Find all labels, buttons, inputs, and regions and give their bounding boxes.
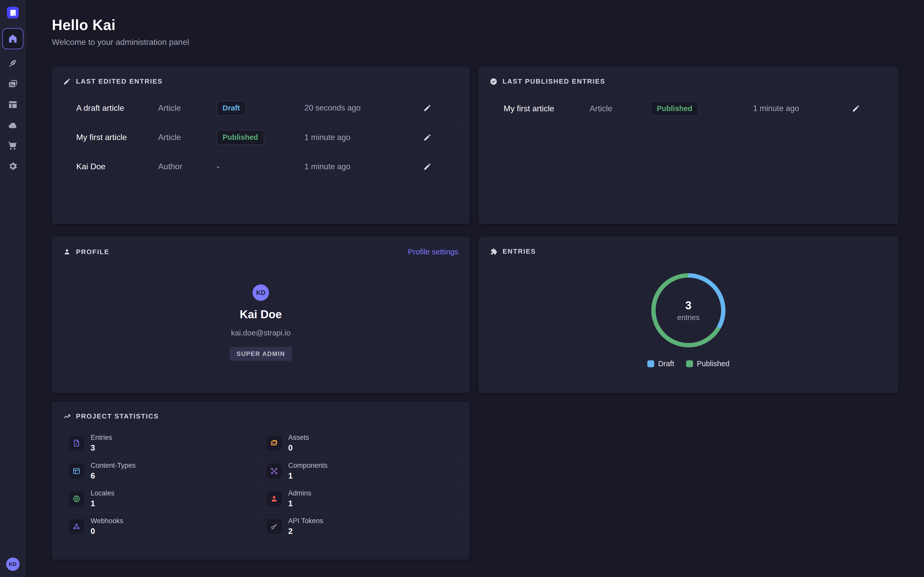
legend-label: Draft bbox=[658, 359, 674, 368]
stat-value: 1 bbox=[90, 499, 115, 508]
user-avatar[interactable]: KD bbox=[6, 558, 19, 571]
card-title: LAST EDITED ENTRIES bbox=[76, 77, 163, 85]
stat-assets: Assets 0 bbox=[261, 429, 458, 457]
entry-time: 1 minute ago bbox=[304, 162, 420, 171]
stat-value: 0 bbox=[288, 443, 309, 453]
card-header: LAST EDITED ENTRIES bbox=[63, 77, 459, 85]
status-badge: Published bbox=[651, 101, 698, 116]
pencil-icon bbox=[852, 105, 860, 113]
sidebar-bottom: KD bbox=[0, 551, 26, 577]
stat-label: API Tokens bbox=[288, 517, 323, 525]
home-icon bbox=[7, 33, 18, 44]
published-swatch bbox=[686, 360, 693, 367]
entry-type: Article bbox=[158, 103, 216, 113]
entry-name: My first article bbox=[76, 132, 158, 142]
edit-entry-button[interactable] bbox=[420, 159, 435, 174]
stat-label: Locales bbox=[90, 489, 115, 497]
legend-item-published: Published bbox=[686, 359, 729, 368]
stat-label: Webhooks bbox=[90, 517, 123, 525]
entries-count: 3 bbox=[685, 299, 691, 312]
table-row: My first article Article Published 1 min… bbox=[490, 93, 887, 124]
image-icon bbox=[267, 436, 281, 451]
profile-name: Kai Doe bbox=[240, 308, 282, 321]
entry-time: 1 minute ago bbox=[753, 104, 848, 113]
table-row: My first article Article Published 1 min… bbox=[63, 122, 458, 152]
entry-time: 1 minute ago bbox=[304, 133, 420, 142]
person-icon bbox=[267, 492, 281, 506]
stat-value: 2 bbox=[288, 527, 323, 536]
stat-label: Assets bbox=[288, 434, 309, 442]
pencil-icon bbox=[423, 133, 431, 142]
pencil-icon bbox=[423, 104, 431, 112]
stat-locales: Locales 1 bbox=[63, 485, 261, 513]
last-edited-table: A draft article Article Draft 20 seconds… bbox=[63, 93, 459, 181]
profile-body: KD Kai Doe kai.doe@strapi.io SUPER ADMIN bbox=[63, 256, 459, 361]
entry-type: Article bbox=[158, 132, 216, 142]
stat-label: Components bbox=[288, 462, 328, 469]
stat-value: 1 bbox=[288, 499, 311, 508]
sidebar-item-content-type-builder[interactable] bbox=[7, 99, 19, 111]
profile-email: kai.doe@strapi.io bbox=[231, 329, 291, 337]
cart-icon bbox=[8, 140, 18, 151]
sidebar-item-marketplace[interactable] bbox=[7, 140, 19, 152]
components-icon bbox=[267, 464, 281, 479]
card-title: LAST PUBLISHED ENTRIES bbox=[502, 77, 605, 85]
stat-api-tokens: API Tokens 2 bbox=[261, 513, 458, 540]
card-title: PROJECT STATISTICS bbox=[76, 413, 159, 420]
sidebar-divider bbox=[0, 24, 26, 25]
sidebar: KD bbox=[0, 0, 26, 577]
table-row: Kai Doe Author - 1 minute ago bbox=[63, 152, 458, 181]
stats-grid: Entries 3 Assets bbox=[63, 429, 459, 540]
profile-settings-link[interactable]: Profile settings bbox=[408, 247, 459, 256]
stat-value: 6 bbox=[90, 471, 136, 480]
status-badge: Draft bbox=[216, 101, 246, 115]
sidebar-item-home[interactable] bbox=[2, 28, 23, 49]
feather-icon bbox=[8, 58, 18, 69]
page-title: Hello Kai bbox=[52, 16, 924, 33]
entry-type: Author bbox=[158, 162, 216, 171]
pencil-icon bbox=[63, 78, 71, 85]
card-header: LAST PUBLISHED ENTRIES bbox=[490, 77, 887, 85]
globe-icon bbox=[69, 492, 84, 506]
profile-card: PROFILE Profile settings KD Kai Doe kai.… bbox=[52, 237, 470, 393]
gear-icon bbox=[8, 161, 18, 171]
card-title: ENTRIES bbox=[502, 247, 536, 255]
page-subtitle: Welcome to your administration panel bbox=[52, 37, 924, 47]
draft-swatch bbox=[647, 360, 654, 367]
puzzle-icon bbox=[490, 248, 498, 255]
stat-label: Content-Types bbox=[90, 462, 136, 469]
layout-icon bbox=[8, 100, 18, 110]
webhook-icon bbox=[69, 519, 84, 534]
sidebar-item-content-manager[interactable] bbox=[7, 58, 19, 69]
main-content: Hello Kai Welcome to your administration… bbox=[26, 0, 924, 577]
stat-value: 1 bbox=[288, 471, 328, 480]
edit-entry-button[interactable] bbox=[420, 130, 435, 145]
stat-value: 0 bbox=[90, 527, 123, 536]
document-icon bbox=[69, 436, 84, 451]
entry-name: A draft article bbox=[76, 103, 158, 113]
entries-card: ENTRIES 3 entries bbox=[478, 237, 898, 393]
stat-content-types: Content-Types 6 bbox=[63, 457, 261, 485]
entries-body: 3 entries Draft Published bbox=[490, 255, 887, 368]
sidebar-item-media-library[interactable] bbox=[7, 78, 19, 90]
entries-count-label: entries bbox=[677, 313, 699, 322]
last-edited-entries-card: LAST EDITED ENTRIES A draft article Arti… bbox=[52, 67, 470, 224]
key-icon bbox=[267, 519, 281, 534]
last-published-table: My first article Article Published 1 min… bbox=[490, 93, 887, 124]
stat-label: Entries bbox=[90, 434, 112, 442]
avatar: KD bbox=[252, 284, 269, 301]
project-statistics-card: PROJECT STATISTICS Entries 3 bbox=[52, 401, 470, 559]
status-empty: - bbox=[216, 162, 304, 171]
legend-item-draft: Draft bbox=[647, 359, 674, 368]
edit-entry-button[interactable] bbox=[420, 100, 435, 116]
strapi-admin-dashboard: KD Hello Kai Welcome to your administrat… bbox=[0, 0, 924, 577]
edit-entry-button[interactable] bbox=[848, 101, 864, 116]
entry-type: Article bbox=[590, 104, 651, 113]
sidebar-item-settings[interactable] bbox=[7, 160, 19, 172]
cloud-icon bbox=[8, 120, 18, 130]
sidebar-item-deploy[interactable] bbox=[7, 119, 19, 131]
card-title: PROFILE bbox=[76, 248, 109, 256]
legend-label: Published bbox=[697, 359, 729, 368]
strapi-logo[interactable] bbox=[7, 6, 19, 18]
stat-value: 3 bbox=[90, 443, 112, 453]
